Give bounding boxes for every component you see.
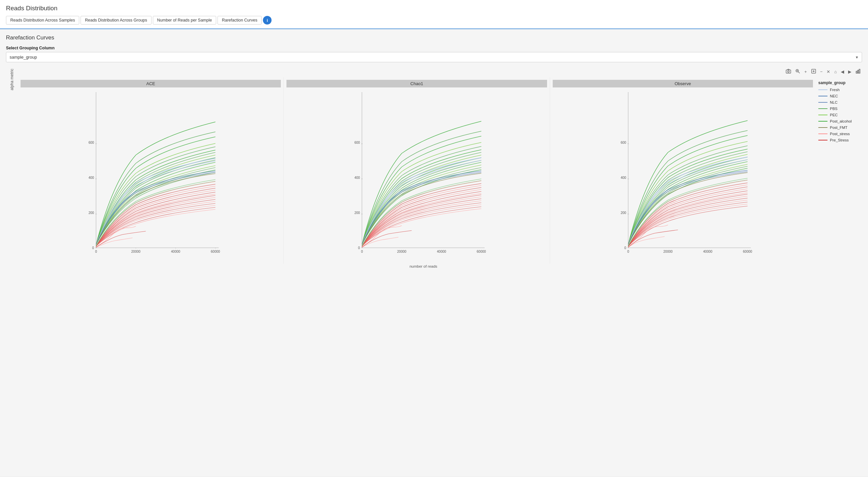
legend-label-pbs: PBS bbox=[830, 107, 837, 111]
chart-container-chao1: 0 200 400 600 0 20000 40000 60000 bbox=[286, 89, 547, 261]
outer-wrap: alpha metric ACE 0 200 bbox=[6, 77, 862, 268]
legend-label-fresh: Fresh bbox=[830, 88, 839, 92]
svg-text:20000: 20000 bbox=[397, 250, 406, 253]
svg-text:400: 400 bbox=[621, 176, 626, 179]
svg-text:0: 0 bbox=[92, 246, 94, 250]
top-panel: Reads Distribution Reads Distribution Ac… bbox=[0, 0, 868, 29]
toolbar-box-zoom[interactable] bbox=[810, 68, 817, 76]
svg-text:200: 200 bbox=[354, 211, 360, 215]
tab-samples[interactable]: Reads Distribution Across Samples bbox=[6, 16, 79, 25]
chart-panel-ace: ACE 0 200 400 600 bbox=[18, 77, 283, 264]
toolbar-chart[interactable] bbox=[854, 68, 862, 76]
page-title: Reads Distribution bbox=[6, 5, 862, 12]
svg-text:0: 0 bbox=[358, 246, 360, 250]
toolbar-home[interactable]: ⌂ bbox=[833, 68, 838, 75]
svg-text:0: 0 bbox=[624, 246, 626, 250]
rarefaction-svg-chao1: 0 200 400 600 0 20000 40000 60000 bbox=[286, 89, 547, 261]
grouping-select[interactable]: sample_group bbox=[6, 52, 862, 62]
legend-item-post-alcohol: Post_alcohol bbox=[818, 119, 859, 123]
legend-line-post-alcohol bbox=[818, 121, 828, 122]
x-axis-label: number of reads bbox=[18, 264, 862, 268]
legend-line-pre-stress bbox=[818, 140, 828, 141]
svg-text:60000: 60000 bbox=[211, 250, 220, 253]
legend-line-nec bbox=[818, 96, 828, 97]
legend-item-nlc: NLC bbox=[818, 100, 859, 104]
chart-title-ace: ACE bbox=[21, 80, 281, 88]
svg-text:60000: 60000 bbox=[743, 250, 752, 253]
tab-rarefaction[interactable]: Rarefaction Curves bbox=[217, 16, 261, 25]
svg-text:600: 600 bbox=[621, 141, 626, 144]
legend-item-pec: PEC bbox=[818, 113, 859, 117]
legend-item-nec: NEC bbox=[818, 94, 859, 98]
svg-text:40000: 40000 bbox=[703, 250, 712, 253]
chart-toolbar: + − ✕ ⌂ ◀ ▶ bbox=[6, 68, 862, 76]
legend-item-post-fmt: Post_FMT bbox=[818, 126, 859, 130]
section-title: Rarefaction Curves bbox=[6, 34, 862, 41]
legend-label-nec: NEC bbox=[830, 94, 838, 98]
tab-reads[interactable]: Number of Reads per Sample bbox=[153, 16, 216, 25]
chart-container-ace: 0 200 400 600 0 20000 40000 bbox=[21, 89, 281, 261]
tab-bar: Reads Distribution Across Samples Reads … bbox=[6, 16, 862, 25]
svg-point-1 bbox=[787, 71, 789, 73]
main-content: Rarefaction Curves Select Grouping Colum… bbox=[0, 29, 868, 476]
legend-label-post-alcohol: Post_alcohol bbox=[830, 119, 852, 123]
toolbar-back[interactable]: ◀ bbox=[839, 68, 845, 75]
legend-line-post-stress bbox=[818, 134, 828, 135]
svg-rect-10 bbox=[858, 70, 859, 73]
rarefaction-svg-ace: 0 200 400 600 0 20000 40000 bbox=[21, 89, 281, 261]
tab-groups[interactable]: Reads Distribution Across Groups bbox=[81, 16, 152, 25]
svg-text:0: 0 bbox=[95, 250, 97, 253]
legend-label-nlc: NLC bbox=[830, 100, 837, 104]
svg-text:20000: 20000 bbox=[663, 250, 672, 253]
charts-row: ACE 0 200 400 600 bbox=[18, 77, 862, 264]
chart-title-chao1: Chao1 bbox=[286, 80, 547, 88]
legend-panel: sample_group Fresh NEC NLC bbox=[816, 77, 862, 264]
legend-item-pre-stress: Pre_Stress bbox=[818, 138, 859, 142]
legend-line-pec bbox=[818, 114, 828, 115]
svg-rect-0 bbox=[786, 70, 791, 73]
svg-text:200: 200 bbox=[89, 211, 94, 215]
toolbar-forward[interactable]: ▶ bbox=[847, 68, 853, 75]
toolbar-zoom[interactable] bbox=[794, 68, 802, 76]
legend-label-pec: PEC bbox=[830, 113, 838, 117]
svg-text:0: 0 bbox=[361, 250, 363, 253]
legend-line-pbs bbox=[818, 108, 828, 109]
svg-text:40000: 40000 bbox=[437, 250, 446, 253]
svg-rect-9 bbox=[856, 71, 857, 73]
toolbar-minus[interactable]: − bbox=[819, 68, 824, 75]
svg-text:200: 200 bbox=[621, 211, 626, 215]
svg-text:60000: 60000 bbox=[477, 250, 486, 253]
svg-text:600: 600 bbox=[89, 141, 94, 144]
svg-text:400: 400 bbox=[89, 176, 94, 179]
svg-line-3 bbox=[798, 72, 800, 73]
y-axis-label: alpha metric bbox=[10, 69, 14, 90]
charts-with-yaxis: ACE 0 200 400 600 bbox=[18, 77, 862, 268]
info-button[interactable]: i bbox=[263, 16, 272, 25]
toolbar-camera[interactable] bbox=[784, 68, 793, 76]
legend-item-post-stress: Post_stress bbox=[818, 132, 859, 136]
svg-text:20000: 20000 bbox=[131, 250, 141, 253]
legend-group-title: sample_group bbox=[818, 80, 859, 85]
legend-line-post-fmt bbox=[818, 127, 828, 128]
legend-label-post-fmt: Post_FMT bbox=[830, 126, 847, 130]
grouping-select-wrapper: sample_group ▼ bbox=[6, 52, 862, 62]
legend-label-post-stress: Post_stress bbox=[830, 132, 850, 136]
legend-item-fresh: Fresh bbox=[818, 88, 859, 92]
chart-panel-chao1: Chao1 0 200 400 600 bbox=[283, 77, 549, 264]
svg-text:600: 600 bbox=[354, 141, 360, 144]
toolbar-close[interactable]: ✕ bbox=[825, 68, 832, 75]
chart-title-observe: Observe bbox=[553, 80, 813, 88]
legend-item-pbs: PBS bbox=[818, 107, 859, 111]
svg-text:0: 0 bbox=[627, 250, 629, 253]
toolbar-plus[interactable]: + bbox=[803, 68, 808, 75]
y-axis-label-outer: alpha metric bbox=[6, 77, 18, 82]
legend-line-nlc bbox=[818, 102, 828, 103]
grouping-label: Select Grouping Column bbox=[6, 46, 862, 50]
svg-text:40000: 40000 bbox=[171, 250, 180, 253]
chart-container-observe: 0 200 400 600 0 20000 40000 60000 bbox=[553, 89, 813, 261]
svg-text:400: 400 bbox=[354, 176, 360, 179]
legend-line-fresh bbox=[818, 90, 828, 91]
legend-label-pre-stress: Pre_Stress bbox=[830, 138, 849, 142]
chart-panel-observe: Observe 0 200 400 600 bbox=[550, 77, 816, 264]
rarefaction-svg-observe: 0 200 400 600 0 20000 40000 60000 bbox=[553, 89, 813, 261]
